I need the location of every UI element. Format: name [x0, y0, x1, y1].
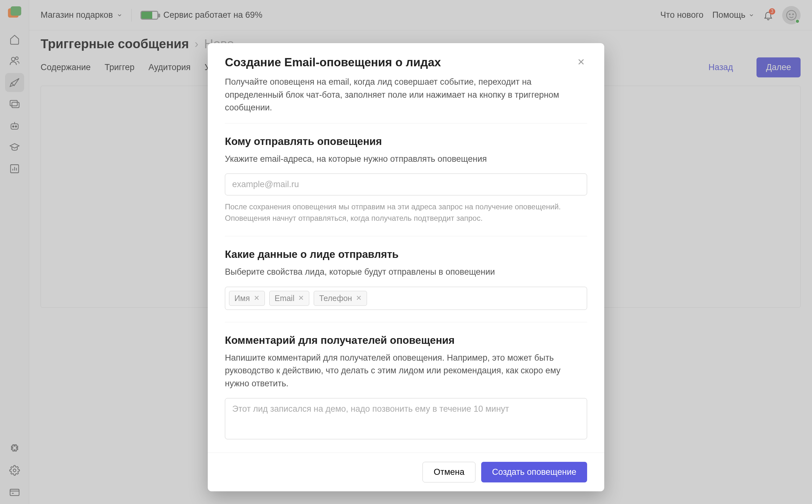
tag-label: Email — [275, 294, 295, 303]
cancel-button[interactable]: Отмена — [422, 462, 475, 482]
close-icon — [576, 57, 586, 67]
email-hint: После сохранения оповещения мы отправим … — [225, 201, 587, 224]
section-data-sub: Выберите свойства лида, которые будут от… — [225, 265, 587, 278]
modal: Создание Email-оповещения о лидах Получа… — [208, 43, 604, 491]
section-recipients-title: Кому отправлять оповещения — [225, 135, 587, 147]
tag-remove[interactable]: ✕ — [356, 294, 362, 302]
modal-description: Получайте оповещеня на email, когда лид … — [225, 75, 587, 114]
create-button[interactable]: Создать оповещение — [481, 462, 587, 482]
tag-phone: Телефон ✕ — [314, 291, 367, 306]
tag-name: Имя ✕ — [229, 291, 265, 306]
modal-title: Создание Email-оповещения о лидах — [225, 56, 575, 69]
properties-input[interactable]: Имя ✕ Email ✕ Телефон ✕ — [225, 287, 587, 310]
section-data-title: Какие данные о лиде отправлять — [225, 248, 587, 260]
comment-textarea[interactable] — [225, 398, 587, 439]
tag-label: Телефон — [319, 294, 352, 303]
section-comment-title: Комментарий для получателей оповещения — [225, 334, 587, 346]
tag-label: Имя — [234, 294, 250, 303]
tag-remove[interactable]: ✕ — [254, 294, 259, 302]
modal-overlay[interactable]: Создание Email-оповещения о лидах Получа… — [0, 0, 812, 504]
section-comment-sub: Напишите комментарий для получателей опо… — [225, 351, 587, 390]
tag-remove[interactable]: ✕ — [298, 294, 304, 302]
section-recipients-sub: Укажите email-адреса, на которые нужно о… — [225, 153, 587, 166]
tag-email: Email ✕ — [269, 291, 310, 306]
email-input[interactable] — [225, 173, 587, 195]
modal-close-button[interactable] — [575, 56, 587, 68]
